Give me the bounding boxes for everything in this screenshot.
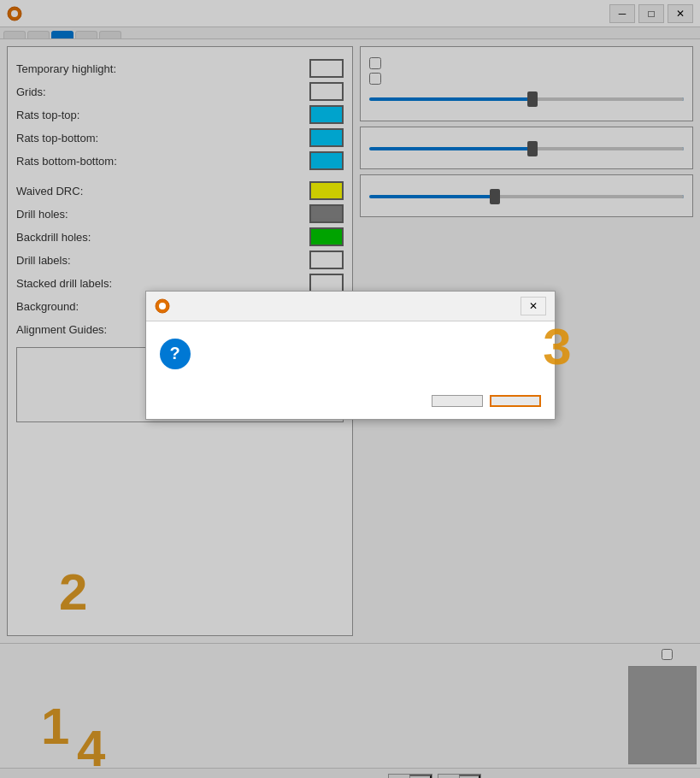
modal-no-button[interactable]	[490, 395, 541, 407]
modal-yes-button[interactable]	[432, 395, 483, 407]
modal-buttons	[146, 386, 555, 419]
modal-overlay: 3 ✕ ?	[0, 0, 700, 778]
modal-content: ?	[146, 321, 555, 386]
modal-dialog: 3 ✕ ?	[145, 291, 556, 420]
modal-question-icon: ?	[160, 339, 191, 369]
modal-close-button[interactable]: ✕	[521, 297, 546, 315]
svg-point-3	[159, 303, 166, 309]
modal-title-left	[155, 298, 175, 314]
modal-app-icon	[155, 298, 170, 314]
modal-title-bar: ✕	[146, 292, 555, 321]
